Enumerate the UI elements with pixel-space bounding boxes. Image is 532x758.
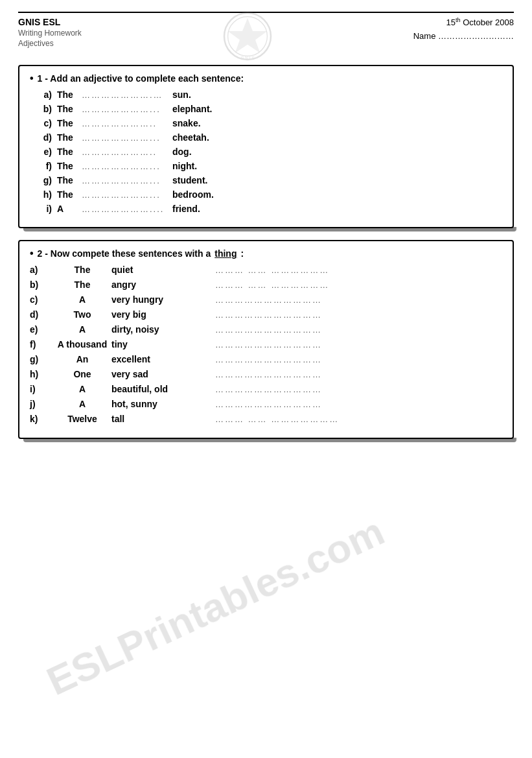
section2-title-end: : [240,248,244,259]
row-blank: …………………... [82,104,166,114]
row-label: h) [30,369,53,379]
row-label: c) [30,118,57,128]
row-article: A [53,324,111,335]
table-row: h) The …………………... bedroom. [30,189,502,200]
row-label: g) [30,175,57,185]
school-name: GNIS ESL [18,17,82,27]
row-noun: cheetah. [172,132,209,143]
row-article: The [57,104,82,114]
bullet2: • [30,248,34,259]
row-adjective: hot, sunny [111,399,215,409]
name-line: Name ……………………… [413,31,514,41]
row-label: k) [30,414,53,424]
date-line: 15th October 2008 [413,17,514,27]
row-label: h) [30,189,57,200]
section1-header: • 1 - Add an adjective to complete each … [30,73,502,84]
header-left: GNIS ESL Writing Homework Adjectives [18,17,82,48]
row-noun: sun. [172,89,191,100]
row-article: A [53,384,111,394]
table-row: d) The …………………... cheetah. [30,132,502,143]
row-article: The [57,89,82,100]
table-row: c) A very hungry …………………………… [30,294,502,305]
table-row: f) A thousand tiny …………………………… [30,339,502,349]
row-noun: friend. [172,204,200,214]
section1-title: 1 - Add an adjective to complete each se… [38,73,244,84]
row-adjective: beautiful, old [111,384,215,394]
row-blank: ……… …… ……………… [215,265,502,275]
row-article: Two [53,309,111,320]
table-row: a) The quiet ……… …… ……………… [30,265,502,275]
bullet1: • [30,73,34,84]
row-blank: …………………………… [215,340,502,349]
row-label: e) [30,147,57,157]
table-row: c) The ………………….. snake. [30,118,502,128]
row-adjective: tall [111,414,215,424]
row-label: c) [30,294,53,305]
row-label: i) [30,384,53,394]
row-blank: ……… …… ………………… [215,414,502,424]
row-blank: ………………….. [82,147,166,157]
row-blank: ……… …… ……………… [215,280,502,290]
row-label: b) [30,104,57,114]
row-noun: bedroom. [172,189,214,200]
table-row: k) Twelve tall ……… …… ………………… [30,414,502,424]
row-article: The [57,189,82,200]
section2-box: • 2 - Now compete these sentences with a… [18,240,514,439]
row-article: A thousand [53,339,111,349]
row-article: The [53,279,111,290]
row-blank: …………………………… [215,310,502,320]
row-blank: …………………………… [215,325,502,335]
date-number: 15 [446,18,456,27]
table-row: d) Two very big …………………………… [30,309,502,320]
row-adjective: very big [111,309,215,320]
adjectives-label: Adjectives [18,39,82,48]
date-sup: th [456,17,461,23]
row-blank: …………………... [82,176,166,185]
table-row: i) A beautiful, old …………………………… [30,384,502,394]
svg-text:G N I S: G N I S [240,56,254,60]
row-label: a) [30,265,53,275]
row-noun: elephant. [172,104,212,114]
row-noun: night. [172,161,197,171]
row-blank: …………………………… [215,355,502,364]
row-blank: …………………………… [215,295,502,305]
row-noun: student. [172,175,207,185]
row-adjective: very hungry [111,294,215,305]
section2-header: • 2 - Now compete these sentences with a… [30,248,502,259]
row-label: e) [30,324,53,335]
header-area: GNIS ESL Writing Homework Adjectives G N… [18,17,514,62]
section2-title-start: 2 - Now compete these sentences with a [38,248,211,259]
row-adjective: tiny [111,339,215,349]
row-label: a) [30,89,57,100]
table-row: i) A ………………….... friend. [30,204,502,214]
table-row: g) An excellent …………………………… [30,354,502,364]
row-blank: …………………... [82,161,166,171]
row-article: A [57,204,82,214]
row-article: The [57,132,82,143]
table-row: f) The …………………... night. [30,161,502,171]
row-adjective: dirty, noisy [111,324,215,335]
row-label: i) [30,204,57,214]
row-blank: ………………….... [82,204,166,214]
row-blank: …………………………… [215,385,502,394]
table-row: e) A dirty, noisy …………………………… [30,324,502,335]
table-row: a) The ………………….… sun. [30,89,502,100]
row-label: f) [30,339,53,349]
table-row: b) The …………………... elephant. [30,104,502,114]
table-row: h) One very sad …………………………… [30,369,502,379]
row-blank: ………………….… [82,90,166,100]
crest-icon: G N I S [222,10,273,62]
row-article: Twelve [53,414,111,424]
row-article: The [57,147,82,157]
row-adjective: angry [111,279,215,290]
row-adjective: very sad [111,369,215,379]
row-label: d) [30,132,57,143]
row-article: The [57,175,82,185]
section2-title-underline: thing [214,248,237,259]
row-adjective: excellent [111,354,215,364]
row-label: j) [30,399,53,409]
row-noun: dog. [172,147,192,157]
row-article: The [53,265,111,275]
svg-marker-2 [227,18,267,53]
row-blank: ………………….. [82,119,166,128]
